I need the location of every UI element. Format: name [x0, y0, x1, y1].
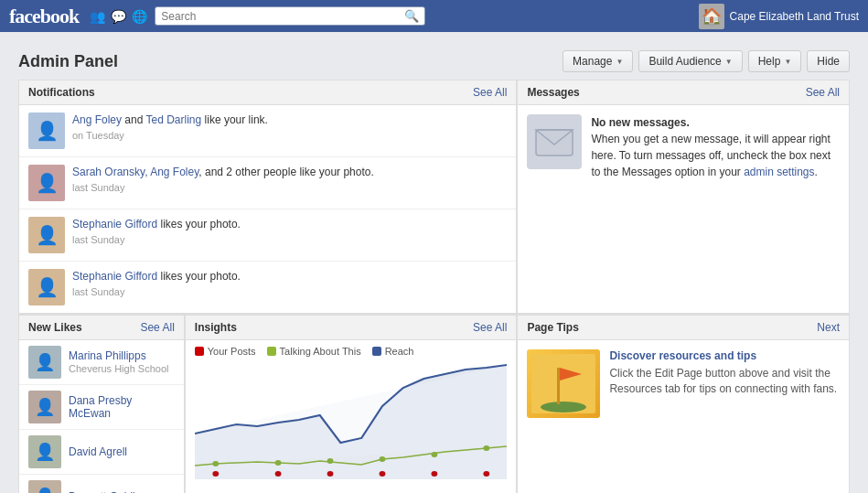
legend-label-reach: Reach: [385, 346, 414, 357]
messages-content: No new messages. When you get a new mess…: [518, 105, 849, 189]
nav-icon-group: 👥 💬 🌐: [90, 9, 147, 24]
legend-dot-reach: [372, 347, 381, 356]
like-sub: Cheverus High School: [69, 363, 168, 374]
notification-item: 👤 Sarah Oransky, Ang Foley, and 2 other …: [19, 157, 516, 209]
page-tips-title: Page Tips: [527, 321, 578, 334]
like-item: 👤 Marina Phillipps Cheverus High School: [19, 340, 184, 385]
top-navigation: facebook 👥 💬 🌐 🔍 🏠 Cape Elizabeth Land T…: [0, 0, 868, 32]
tips-item: Discover resources and tips Click the Ed…: [527, 349, 840, 418]
manage-button[interactable]: Manage ▼: [563, 50, 633, 72]
chart-area: [195, 360, 508, 479]
messages-panel: Messages See All No new messages. When y…: [517, 80, 850, 314]
page-tips-next[interactable]: Next: [817, 321, 840, 334]
build-audience-caret: ▼: [725, 58, 733, 66]
admin-panel-title: Admin Panel: [18, 52, 118, 71]
notif-text: Sarah Oransky, Ang Foley, and 2 other pe…: [72, 165, 374, 180]
hide-button[interactable]: Hide: [807, 50, 850, 72]
insights-title: Insights: [195, 321, 237, 334]
like-info: Dana Presby McEwan: [69, 394, 175, 420]
messages-description-end: .: [815, 166, 818, 178]
search-input[interactable]: [161, 10, 404, 23]
tips-tip-description: Click the Edit Page button above and vis…: [609, 366, 840, 397]
notifications-panel: Notifications See All 👤 Ang Foley and Te…: [18, 80, 517, 314]
insights-see-all[interactable]: See All: [473, 321, 507, 334]
legend-label-posts: Your Posts: [208, 346, 256, 357]
new-likes-header: New Likes See All: [19, 316, 184, 340]
notif-content: Stephanie Gifford likes your photo. last…: [72, 269, 241, 297]
messages-see-all[interactable]: See All: [806, 86, 840, 99]
insights-content: Your Posts Talking About This Reach: [186, 340, 517, 485]
legend-label-talking: Talking About This: [280, 346, 361, 357]
new-likes-panel: New Likes See All 👤 Marina Phillipps Che…: [18, 315, 185, 493]
messages-title: Messages: [527, 86, 579, 99]
friends-icon[interactable]: 👥: [90, 9, 105, 24]
bottom-row: New Likes See All 👤 Marina Phillipps Che…: [18, 315, 850, 493]
notif-content: Stephanie Gifford likes your photo. last…: [72, 217, 241, 245]
no-messages-label: No new messages.: [591, 116, 689, 129]
like-avatar: 👤: [28, 480, 61, 493]
search-button[interactable]: 🔍: [404, 9, 419, 23]
new-likes-title: New Likes: [28, 321, 82, 334]
admin-settings-link[interactable]: admin settings: [744, 166, 814, 178]
notif-avatar: 👤: [28, 113, 65, 149]
like-user-link[interactable]: Dana Presby McEwan: [69, 394, 175, 420]
notification-item: 👤 Stephanie Gifford likes your photo. la…: [19, 262, 516, 313]
notif-time: last Sunday: [72, 182, 374, 193]
notif-text: Ang Foley and Ted Darling like your link…: [72, 113, 268, 128]
user-info[interactable]: 🏠 Cape Elizabeth Land Trust: [699, 4, 859, 29]
notifications-see-all[interactable]: See All: [473, 86, 507, 99]
notifications-title: Notifications: [28, 86, 95, 99]
build-audience-button[interactable]: Build Audience ▼: [638, 50, 742, 72]
globe-icon[interactable]: 🌐: [132, 9, 147, 24]
messages-text: No new messages. When you get a new mess…: [591, 114, 840, 180]
like-user-link[interactable]: David Agrell: [69, 445, 127, 458]
notif-user2-link[interactable]: Ted Darling: [146, 113, 202, 126]
notif-user1-link[interactable]: Stephanie Gifford: [72, 270, 157, 283]
notif-time: on Tuesday: [72, 130, 268, 141]
help-caret: ▼: [784, 58, 791, 66]
tips-tip-title[interactable]: Discover resources and tips: [609, 349, 840, 362]
search-bar: 🔍: [155, 6, 425, 26]
tips-text: Discover resources and tips Click the Ed…: [609, 349, 840, 397]
legend-dot-talking: [267, 347, 276, 356]
messages-icon[interactable]: 💬: [111, 9, 126, 24]
notif-content: Ang Foley and Ted Darling like your link…: [72, 113, 268, 141]
legend-dot-posts: [195, 347, 204, 356]
notification-item: 👤 Ang Foley and Ted Darling like your li…: [19, 105, 516, 157]
like-item: 👤 Bennett Goldberg: [19, 475, 184, 493]
manage-caret: ▼: [616, 58, 623, 66]
legend-reach: Reach: [372, 346, 414, 357]
user-name: Cape Elizabeth Land Trust: [730, 10, 859, 23]
user-avatar: 🏠: [699, 4, 724, 29]
notifications-header: Notifications See All: [19, 80, 516, 105]
help-button[interactable]: Help ▼: [748, 50, 802, 72]
notif-avatar: 👤: [28, 217, 65, 253]
tips-content: Discover resources and tips Click the Ed…: [518, 340, 849, 427]
like-item: 👤 Dana Presby McEwan: [19, 385, 184, 430]
like-info: Marina Phillipps Cheverus High School: [69, 349, 168, 375]
page-tips-panel: Page Tips Next: [517, 315, 850, 493]
legend-your-posts: Your Posts: [195, 346, 256, 357]
notif-text: Stephanie Gifford likes your photo.: [72, 269, 241, 284]
notif-user1-link[interactable]: Sarah Oransky, Ang Foley: [72, 166, 198, 178]
insights-panel: Insights See All Your Posts Talking Abou…: [185, 315, 518, 493]
notif-avatar: 👤: [28, 269, 65, 305]
insights-legend: Your Posts Talking About This Reach: [195, 346, 508, 357]
like-user-link[interactable]: Marina Phillipps: [69, 349, 168, 362]
like-avatar: 👤: [28, 346, 61, 379]
notif-user1-link[interactable]: Ang Foley: [72, 113, 122, 126]
facebook-logo: facebook: [9, 5, 79, 28]
notification-item: 👤 Stephanie Gifford likes your photo. la…: [19, 209, 516, 262]
like-avatar: 👤: [28, 435, 61, 468]
new-likes-see-all[interactable]: See All: [140, 321, 174, 334]
page-tips-header: Page Tips Next: [518, 316, 849, 340]
admin-actions: Manage ▼ Build Audience ▼ Help ▼ Hide: [563, 50, 850, 72]
insights-chart: [195, 360, 508, 479]
notif-text: Stephanie Gifford likes your photo.: [72, 217, 241, 232]
notif-avatar: 👤: [28, 165, 65, 201]
notif-time: last Sunday: [72, 234, 241, 245]
notif-user1-link[interactable]: Stephanie Gifford: [72, 218, 157, 230]
flag-svg: [531, 354, 595, 413]
insights-header: Insights See All: [186, 316, 517, 340]
message-empty-icon: [527, 114, 582, 169]
